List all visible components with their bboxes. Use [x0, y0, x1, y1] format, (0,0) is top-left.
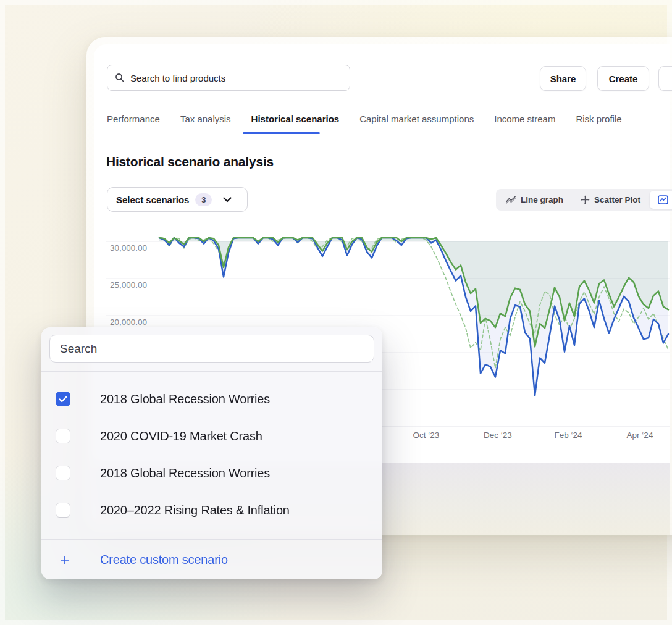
x-axis-tick-apr24: Apr ‘24	[612, 430, 668, 440]
scatter-plot-icon	[581, 195, 590, 204]
create-button[interactable]: Create	[597, 66, 649, 91]
tab-bar: Performance Tax analysis Historical scen…	[107, 114, 622, 124]
plus-icon: +	[57, 552, 72, 567]
create-custom-scenario-button[interactable]: + Create custom scenario	[41, 540, 382, 579]
line-graph-icon	[506, 196, 516, 204]
scenario-search-box[interactable]	[49, 335, 374, 363]
scenario-option-label: 2020–2022 Rising Rates & Inflation	[100, 503, 290, 518]
page-title: Historical scenario analysis	[106, 154, 274, 169]
search-icon	[115, 73, 125, 83]
active-tab-underline	[243, 132, 320, 134]
draw-chart-icon	[658, 195, 668, 204]
product-search-box[interactable]	[107, 65, 350, 91]
scenario-option-checkbox-0[interactable]	[56, 392, 70, 406]
chevron-down-icon	[223, 197, 232, 203]
toggle-draw[interactable]: Draw	[650, 191, 672, 209]
selected-count-badge: 3	[195, 193, 212, 206]
screenshot-stage: Share Create Performance Tax analysis Hi…	[0, 0, 672, 625]
scenario-option-label: 2018 Global Recession Worries	[100, 466, 270, 480]
scenario-option-label: 2020 COVID-19 Market Crash	[100, 429, 262, 443]
scenario-option-1[interactable]: 2020 COVID-19 Market Crash	[41, 417, 382, 455]
tab-income-stream[interactable]: Income stream	[494, 114, 555, 124]
picker-divider	[41, 371, 382, 372]
toggle-line-graph[interactable]: Line graph	[498, 191, 571, 209]
y-axis-tick-25000: 25,000.00	[110, 280, 147, 290]
create-custom-scenario-label: Create custom scenario	[100, 553, 228, 567]
product-search-input[interactable]	[130, 73, 342, 83]
scenario-option-checkbox-3[interactable]	[56, 503, 70, 518]
scenario-option-checkbox-2[interactable]	[56, 466, 70, 480]
scenario-option-checkbox-1[interactable]	[56, 429, 70, 443]
tab-risk-profile[interactable]: Risk profile	[576, 114, 621, 124]
tab-performance[interactable]: Performance	[107, 114, 160, 124]
tab-capital-market-assumptions[interactable]: Capital market assumptions	[359, 114, 474, 124]
chart-view-toggle: Line graph Scatter Plot Draw	[496, 189, 672, 211]
cutoff-button[interactable]	[658, 66, 672, 91]
toggle-line-graph-label: Line graph	[521, 195, 563, 204]
y-axis-tick-30000: 30,000.00	[110, 243, 147, 253]
scenario-picker-panel: 2018 Global Recession Worries 2020 COVID…	[41, 327, 382, 579]
tabbar-border	[94, 135, 670, 135]
scenario-options-list: 2018 Global Recession Worries 2020 COVID…	[41, 380, 382, 529]
y-axis-tick-20000: 20,000.00	[110, 317, 147, 327]
select-scenarios-label: Select scenarios	[116, 195, 189, 205]
x-axis-tick-dec23: Dec ‘23	[470, 430, 526, 440]
scenario-search-input[interactable]	[60, 342, 364, 356]
scenario-option-0[interactable]: 2018 Global Recession Worries	[41, 380, 382, 417]
toggle-scatter-plot[interactable]: Scatter Plot	[573, 191, 649, 209]
scenario-option-3[interactable]: 2020–2022 Rising Rates & Inflation	[41, 492, 382, 529]
toggle-scatter-plot-label: Scatter Plot	[594, 195, 640, 204]
share-button[interactable]: Share	[540, 66, 586, 91]
tab-tax-analysis[interactable]: Tax analysis	[180, 114, 231, 124]
select-scenarios-button[interactable]: Select scenarios 3	[107, 187, 248, 212]
tab-historical-scenarios[interactable]: Historical scenarios	[251, 114, 340, 124]
scenario-option-2[interactable]: 2018 Global Recession Worries	[41, 455, 382, 492]
x-axis-tick-oct23: Oct ‘23	[398, 430, 454, 440]
scenario-option-label: 2018 Global Recession Worries	[100, 392, 270, 406]
x-axis-tick-feb24: Feb ‘24	[540, 430, 596, 440]
